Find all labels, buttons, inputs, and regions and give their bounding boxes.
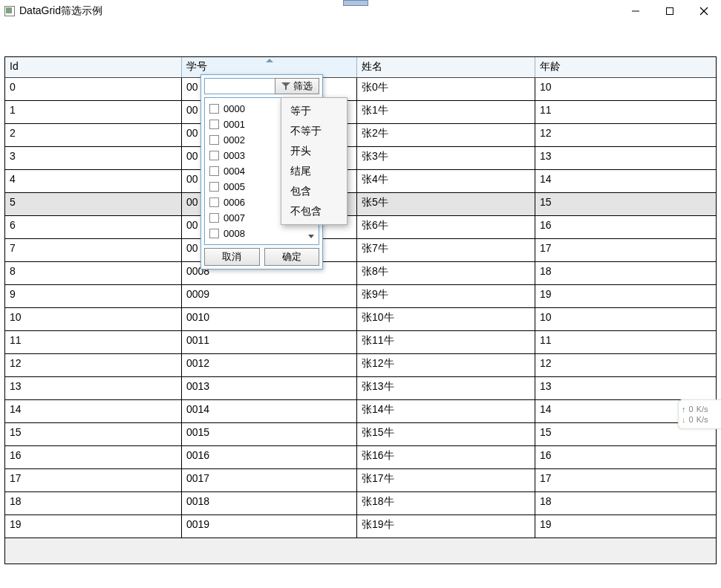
checkbox-icon[interactable] [209, 229, 219, 238]
cell-age[interactable]: 16 [535, 446, 712, 468]
operator-menu-item[interactable]: 结尾 [281, 161, 347, 181]
cell-age[interactable]: 10 [535, 78, 712, 100]
table-row[interactable]: 120012张12牛12 [5, 354, 716, 377]
table-row[interactable]: 300张3牛13 [5, 147, 716, 170]
cell-name[interactable]: 张15牛 [357, 423, 535, 445]
cell-id[interactable]: 10 [5, 308, 182, 330]
cell-age[interactable]: 13 [535, 147, 712, 169]
filter-button[interactable]: 筛选 [275, 78, 319, 94]
cell-id[interactable]: 16 [5, 446, 182, 468]
table-row[interactable]: 140014张14牛14 [5, 400, 716, 423]
cell-name[interactable]: 张12牛 [357, 354, 535, 376]
cell-id[interactable]: 18 [5, 492, 182, 514]
table-row[interactable]: 000张0牛10 [5, 78, 716, 101]
cell-id[interactable]: 7 [5, 239, 182, 261]
cell-id[interactable]: 17 [5, 469, 182, 491]
table-row[interactable]: 200张2牛12 [5, 124, 716, 147]
cell-id[interactable]: 15 [5, 423, 182, 445]
cell-code[interactable]: 0013 [182, 377, 357, 399]
cell-name[interactable]: 张0牛 [357, 78, 535, 100]
cell-id[interactable]: 2 [5, 124, 182, 146]
cell-age[interactable]: 19 [535, 285, 712, 307]
cell-name[interactable]: 张16牛 [357, 446, 535, 468]
cancel-button[interactable]: 取消 [204, 248, 260, 266]
cell-id[interactable]: 14 [5, 400, 182, 422]
cell-age[interactable]: 11 [535, 101, 712, 123]
table-row[interactable]: 80008张8牛18 [5, 262, 716, 285]
cell-code[interactable]: 0011 [182, 331, 357, 353]
cell-code[interactable]: 0009 [182, 285, 357, 307]
table-row[interactable]: 160016张16牛16 [5, 446, 716, 469]
cell-name[interactable]: 张19牛 [357, 515, 535, 538]
checkbox-icon[interactable] [209, 151, 219, 160]
cell-age[interactable]: 18 [535, 492, 712, 514]
checkbox-icon[interactable] [209, 182, 219, 192]
checkbox-icon[interactable] [209, 104, 219, 114]
cell-age[interactable]: 16 [535, 216, 712, 238]
column-header-name[interactable]: 姓名 [357, 57, 535, 77]
cell-age[interactable]: 17 [535, 469, 712, 491]
cell-name[interactable]: 张18牛 [357, 492, 535, 514]
cell-name[interactable]: 张14牛 [357, 400, 535, 422]
cell-age[interactable]: 11 [535, 331, 712, 353]
cell-name[interactable]: 张13牛 [357, 377, 535, 399]
minimize-button[interactable] [619, 0, 653, 22]
column-header-age[interactable]: 年龄 [535, 57, 712, 77]
filter-search-input[interactable] [204, 78, 275, 94]
cell-id[interactable]: 11 [5, 331, 182, 353]
table-row[interactable]: 400张4牛14 [5, 170, 716, 193]
cell-id[interactable]: 12 [5, 354, 182, 376]
close-button[interactable] [687, 0, 721, 22]
cell-code[interactable]: 0010 [182, 308, 357, 330]
cell-id[interactable]: 3 [5, 147, 182, 169]
dropdown-icon[interactable] [308, 235, 314, 238]
cell-code[interactable]: 0015 [182, 423, 357, 445]
ok-button[interactable]: 确定 [264, 248, 320, 266]
cell-age[interactable]: 15 [535, 193, 712, 215]
cell-id[interactable]: 1 [5, 101, 182, 123]
operator-menu-item[interactable]: 不等于 [281, 121, 347, 141]
cell-age[interactable]: 19 [535, 515, 712, 538]
table-row[interactable]: 130013张13牛13 [5, 377, 716, 400]
cell-id[interactable]: 0 [5, 78, 182, 100]
cell-age[interactable]: 14 [535, 170, 712, 192]
operator-menu-item[interactable]: 不包含 [281, 201, 347, 221]
checkbox-icon[interactable] [209, 213, 219, 223]
cell-name[interactable]: 张4牛 [357, 170, 535, 192]
table-row[interactable]: 600张6牛16 [5, 216, 716, 239]
cell-name[interactable]: 张17牛 [357, 469, 535, 491]
table-row[interactable]: 180018张18牛18 [5, 492, 716, 515]
cell-name[interactable]: 张3牛 [357, 147, 535, 169]
cell-code[interactable]: 0019 [182, 515, 357, 538]
checkbox-icon[interactable] [209, 135, 219, 145]
cell-code[interactable]: 0014 [182, 400, 357, 422]
cell-age[interactable]: 12 [535, 354, 712, 376]
operator-menu-item[interactable]: 等于 [281, 101, 347, 121]
cell-code[interactable]: 0012 [182, 354, 357, 376]
cell-name[interactable]: 张10牛 [357, 308, 535, 330]
cell-age[interactable]: 12 [535, 124, 712, 146]
cell-name[interactable]: 张9牛 [357, 285, 535, 307]
checkbox-icon[interactable] [209, 197, 219, 207]
cell-code[interactable]: 0017 [182, 469, 357, 491]
filter-option[interactable]: 0008 [206, 226, 317, 241]
checkbox-icon[interactable] [209, 120, 219, 129]
table-row[interactable]: 100010张10牛10 [5, 308, 716, 331]
table-row[interactable]: 170017张17牛17 [5, 469, 716, 492]
table-row[interactable]: 110011张11牛11 [5, 331, 716, 354]
cell-age[interactable]: 17 [535, 239, 712, 261]
operator-menu-item[interactable]: 开头 [281, 141, 347, 161]
operator-menu-item[interactable]: 包含 [281, 181, 347, 201]
cell-name[interactable]: 张2牛 [357, 124, 535, 146]
cell-code[interactable]: 0018 [182, 492, 357, 514]
cell-name[interactable]: 张5牛 [357, 193, 535, 215]
cell-id[interactable]: 5 [5, 193, 182, 215]
cell-id[interactable]: 6 [5, 216, 182, 238]
table-row[interactable]: 190019张19牛19 [5, 515, 716, 538]
cell-id[interactable]: 4 [5, 170, 182, 192]
cell-age[interactable]: 13 [535, 377, 712, 399]
data-grid[interactable]: Id 学号 姓名 年龄 000张0牛10100张1牛11200张2牛12300张… [4, 56, 717, 564]
cell-name[interactable]: 张6牛 [357, 216, 535, 238]
cell-name[interactable]: 张7牛 [357, 239, 535, 261]
maximize-button[interactable] [653, 0, 687, 22]
